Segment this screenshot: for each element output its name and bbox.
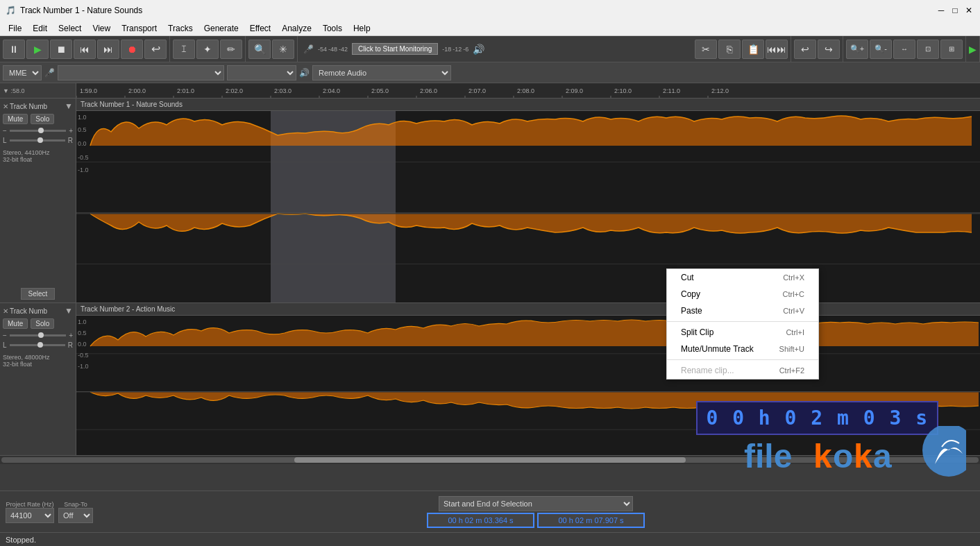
svg-text:file: file <box>744 438 792 475</box>
snap-to-select[interactable]: Off <box>58 508 93 523</box>
svg-text:2:04.0: 2:04.0 <box>323 87 340 94</box>
menu-edit[interactable]: Edit <box>27 22 53 35</box>
zoom-in-tool[interactable]: 🔍 <box>248 40 271 59</box>
svg-text:1.0: 1.0 <box>78 114 87 121</box>
close-button[interactable]: ✕ <box>963 5 974 16</box>
svg-text:2:07.0: 2:07.0 <box>468 87 486 94</box>
track-2-full-name: Track Number 2 - Action Music <box>81 305 175 313</box>
trim-button[interactable]: ⏮⏭ <box>766 40 788 59</box>
minimize-button[interactable]: ─ <box>936 5 947 16</box>
play-button[interactable]: ▶ <box>26 40 49 59</box>
menu-analyze[interactable]: Analyze <box>276 22 317 35</box>
project-rate-section: Project Rate (Hz) 44100 <box>6 501 54 523</box>
context-mute[interactable]: Mute/Unmute Track Shift+U <box>667 341 818 357</box>
track-2-name: Track Numb <box>10 307 63 315</box>
menu-effect[interactable]: Effect <box>244 22 276 35</box>
context-cut-label: Cut <box>681 273 694 282</box>
context-mute-label: Mute/Unmute Track <box>681 344 754 354</box>
svg-text:-0.5: -0.5 <box>78 154 89 161</box>
envelope-tool[interactable]: ✦ <box>196 40 219 59</box>
project-rate-select[interactable]: 44100 <box>6 508 54 523</box>
menu-transport[interactable]: Transport <box>116 22 162 35</box>
context-paste[interactable]: Paste Ctrl+V <box>667 302 818 319</box>
zoom-out-button[interactable]: 🔍- <box>870 40 892 59</box>
multi-tool[interactable]: ✳ <box>272 40 294 59</box>
selection-end-input[interactable] <box>537 513 645 528</box>
svg-text:2:11.0: 2:11.0 <box>663 87 680 94</box>
context-cut-shortcut: Ctrl+X <box>783 273 804 282</box>
scrollbar-thumb[interactable] <box>294 457 685 463</box>
output-device-select[interactable]: Remote Audio <box>312 65 451 80</box>
skip-end-button[interactable]: ⏭ <box>97 40 119 59</box>
menu-select[interactable]: Select <box>53 22 87 35</box>
host-select[interactable]: MME <box>3 65 42 80</box>
loop-button[interactable]: ↩ <box>144 40 167 59</box>
svg-text:k: k <box>813 438 832 475</box>
track-2-collapse[interactable]: ▼ <box>65 306 73 316</box>
track-1-waveform[interactable]: Track Number 1 - Nature Sounds 1.0 0.5 0… <box>76 99 980 302</box>
maximize-button[interactable]: □ <box>949 5 961 16</box>
bottom-bar: Project Rate (Hz) 44100 Snap-To Off Star… <box>0 490 980 532</box>
track-2-pan-slider[interactable] <box>10 344 65 346</box>
input-channels-select[interactable] <box>227 65 296 80</box>
track-1-pan-slider[interactable] <box>10 139 65 142</box>
copy-button[interactable]: ⎘ <box>718 40 741 59</box>
cut-button[interactable]: ✂ <box>695 40 717 59</box>
context-paste-label: Paste <box>681 306 702 316</box>
undo-button[interactable]: ↩ <box>794 40 816 59</box>
context-copy-label: Copy <box>681 289 700 299</box>
zoom-in-button[interactable]: 🔍+ <box>846 40 868 59</box>
skip-start-button[interactable]: ⏮ <box>74 40 96 59</box>
context-rename-shortcut: Ctrl+F2 <box>779 366 804 375</box>
menu-file[interactable]: File <box>3 22 27 35</box>
draw-tool[interactable]: ✏ <box>220 40 242 59</box>
track-2-solo-button[interactable]: Solo <box>31 318 54 329</box>
context-split[interactable]: Split Clip Ctrl+I <box>667 324 818 341</box>
context-rename: Rename clip... Ctrl+F2 <box>667 362 818 379</box>
input-device-select[interactable] <box>58 65 224 80</box>
svg-text:2:00.0: 2:00.0 <box>128 87 146 94</box>
title-bar: 🎵 Track Number 1 - Nature Sounds ─ □ ✕ <box>0 0 980 21</box>
vu-scale-input: -54-48-42 <box>318 46 348 53</box>
track2-pan-r: R <box>68 341 73 349</box>
zoom-sel-button[interactable]: ⊡ <box>917 40 939 59</box>
menu-help[interactable]: Help <box>348 22 376 35</box>
stop-button[interactable]: ⏹ <box>50 40 72 59</box>
menu-tracks[interactable]: Tracks <box>162 22 198 35</box>
track-2-mute-button[interactable]: Mute <box>3 318 28 329</box>
context-paste-shortcut: Ctrl+V <box>783 307 804 315</box>
track-1-collapse[interactable]: ▼ <box>65 101 73 111</box>
playback-meter: ▶ <box>966 36 980 62</box>
svg-text:2:10.0: 2:10.0 <box>614 87 632 94</box>
track-1-full-name: Track Number 1 - Nature Sounds <box>81 101 183 108</box>
svg-text:k: k <box>854 438 872 475</box>
selection-start-input[interactable] <box>427 513 534 528</box>
paste-button[interactable]: 📋 <box>742 40 764 59</box>
start-monitoring-button[interactable]: Click to Start Monitoring <box>352 43 438 55</box>
track-1-mute-button[interactable]: Mute <box>3 114 28 124</box>
pause-button[interactable]: ⏸ <box>3 40 25 59</box>
track-1-close[interactable]: ✕ <box>3 103 8 110</box>
cursor-tool[interactable]: 𝙸 <box>173 40 195 59</box>
menu-generate[interactable]: Generate <box>198 22 244 35</box>
track-1-name: Track Numb <box>10 103 63 110</box>
zoom-toggle-button[interactable]: ⊞ <box>940 40 963 59</box>
svg-text:0.5: 0.5 <box>78 330 87 336</box>
speaker-icon: 🔊 <box>299 68 310 78</box>
track-2-close[interactable]: ✕ <box>3 307 8 315</box>
track-2-gain-slider[interactable] <box>10 334 66 336</box>
track-1-select-button[interactable]: Select <box>21 288 56 300</box>
redo-button[interactable]: ↪ <box>818 40 840 59</box>
selection-mode-select[interactable]: Start and End of Selection <box>439 496 633 511</box>
zoom-fit-button[interactable]: ↔ <box>893 40 915 59</box>
svg-text:2:09.0: 2:09.0 <box>566 87 583 94</box>
track-1-solo-button[interactable]: Solo <box>31 114 54 124</box>
track-1-gain-slider[interactable] <box>10 130 66 132</box>
menu-tools[interactable]: Tools <box>317 22 348 35</box>
svg-text:a: a <box>873 438 892 475</box>
ruler-offset: ▼ :58.0 <box>0 83 76 98</box>
context-cut[interactable]: Cut Ctrl+X <box>667 269 818 286</box>
context-copy[interactable]: Copy Ctrl+C <box>667 286 818 302</box>
menu-view[interactable]: View <box>87 22 116 35</box>
record-button[interactable]: ⏺ <box>121 40 143 59</box>
